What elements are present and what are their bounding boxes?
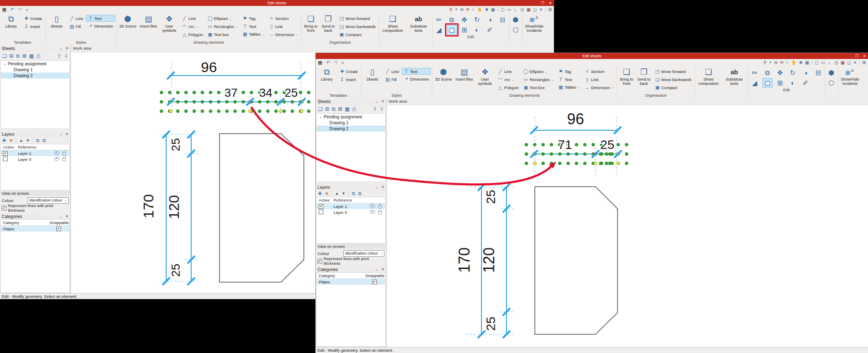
category-row-plates[interactable]: Plates ✔ <box>1 226 70 232</box>
comment-icon[interactable]: ◻ <box>847 60 851 65</box>
lock-icon[interactable] <box>378 205 382 208</box>
orthogonal-icon[interactable]: ∟ <box>828 60 832 65</box>
ole-link-button[interactable]: ⊟ <box>498 15 507 24</box>
move-down-icon[interactable]: ⇩ <box>64 53 68 59</box>
frame-icon[interactable]: ▢ <box>815 60 818 65</box>
layer-row-0[interactable]: Layer 0 <box>1 156 70 162</box>
show-hide-incidents-button[interactable]: ▲ ⊗ Show/Hide incidents <box>840 67 860 93</box>
modify-geometry-button[interactable] <box>763 78 772 87</box>
thickness-checkbox[interactable]: ✔ <box>2 206 6 210</box>
text-style-button[interactable]: TText <box>402 68 430 74</box>
tables-button[interactable]: ▦Tables⌄ <box>557 84 581 90</box>
zoom-previous-icon[interactable]: ⊖ <box>460 7 463 12</box>
stretch-button[interactable]: ⊞ <box>460 25 469 34</box>
text-button[interactable]: TText <box>241 23 265 29</box>
lock-icon[interactable] <box>378 211 382 214</box>
arc-button[interactable]: ◠Arc⌄ <box>496 76 520 83</box>
merge-up-icon[interactable]: ⧉ <box>36 138 39 143</box>
3d-view-button[interactable]: ⬢ <box>827 68 836 77</box>
create-button[interactable]: ✚Create <box>22 15 44 22</box>
zoom-window-icon[interactable]: ⌕ <box>472 7 475 12</box>
edit-grid-icon[interactable]: ▦ <box>29 53 33 59</box>
move-up-icon[interactable]: ⇧ <box>373 106 377 112</box>
edit-grid-icon[interactable]: ▦ <box>345 106 349 112</box>
print-sheet-icon[interactable]: ⎙ <box>36 53 41 59</box>
move-forward-button[interactable]: ◳Move forward <box>338 15 377 22</box>
stretch-button[interactable]: ⊞ <box>776 78 785 87</box>
merge-up-icon[interactable]: ⧉ <box>352 191 355 196</box>
move-down-icon[interactable]: ⇩ <box>380 106 384 112</box>
layout-icon[interactable]: ⊞ <box>548 7 552 12</box>
new-sheet-icon[interactable]: ❏ <box>318 106 323 112</box>
compact-button[interactable]: ▣Compact <box>338 31 377 38</box>
line-style-button[interactable]: ╱Line <box>384 68 401 75</box>
rotate-button[interactable]: ↻ <box>473 15 482 24</box>
lock-icon[interactable] <box>62 158 66 161</box>
close-panel-icon[interactable]: ✕ <box>381 185 384 189</box>
library-button[interactable]: ⧉ Library <box>2 14 20 40</box>
half-mirror-button[interactable]: ◐ <box>473 25 482 34</box>
arc-button[interactable]: ◠Arc⌄ <box>181 23 204 30</box>
duplicate-button[interactable]: ⧉ <box>447 15 456 24</box>
titlebar[interactable]: Edit sheets ❐ ✕ <box>0 0 554 6</box>
link-button[interactable]: ▯Link <box>267 23 299 30</box>
restore-button[interactable]: ❐ <box>541 0 544 6</box>
tree-root-pending-assignment[interactable]: ⌄ Pending assignment <box>1 61 70 67</box>
add-sheet-icon[interactable]: ⊞ <box>9 53 14 59</box>
create-button[interactable]: ✚Create <box>338 68 359 75</box>
tree-root-pending-assignment[interactable]: ⌄ Pending assignment <box>317 114 385 120</box>
close-button[interactable]: ✕ <box>549 0 552 6</box>
redo-icon[interactable]: ↷ <box>18 6 22 13</box>
new-sheet-icon[interactable]: ❏ <box>2 53 7 59</box>
insert-files-button[interactable]: ▤ Insert files <box>455 67 473 93</box>
section-button[interactable]: ⌗Section <box>583 68 615 75</box>
close-panel-icon[interactable]: ✕ <box>65 214 69 219</box>
layer-up-icon[interactable]: ▲ <box>335 191 339 196</box>
add-layer-icon[interactable]: ✚ <box>2 138 6 143</box>
line-style-button[interactable]: ╱Line <box>68 15 85 22</box>
visibility-icon[interactable] <box>54 157 59 161</box>
add-layer-icon[interactable]: ✚ <box>318 191 322 196</box>
visibility-icon[interactable] <box>370 204 375 208</box>
comment-icon[interactable]: ◻ <box>533 7 537 12</box>
zoom-previous-icon[interactable]: ⊖ <box>774 60 777 65</box>
tree-item-drawing-2[interactable]: Drawing 2 <box>1 73 70 78</box>
zoom-all-icon[interactable]: ⌖ <box>455 7 458 12</box>
snappable-checkbox[interactable]: ✔ <box>56 227 61 231</box>
eraser-button[interactable]: ◢ <box>750 78 760 87</box>
user-symbols-button[interactable]: ❖ User symbols <box>160 14 178 40</box>
rectangles-button[interactable]: ▭Rectangles⌄ <box>206 23 239 30</box>
thickness-checkbox[interactable]: ✔ <box>317 259 322 263</box>
text-style-button[interactable]: TText <box>86 15 114 21</box>
pan-icon[interactable]: ✋ <box>791 60 796 65</box>
dimension-style-button[interactable]: ↗Dimension <box>402 76 430 82</box>
move-view-icon[interactable]: ✥ <box>485 7 488 12</box>
move-button[interactable]: ✥ <box>776 68 785 77</box>
text-box-button[interactable]: ▣Text box <box>206 31 239 38</box>
line-button[interactable]: ╱Line <box>496 68 520 75</box>
move-backwards-button[interactable]: ◲Move backwards <box>338 23 377 30</box>
zoom-selection-icon[interactable]: ⚲ <box>763 60 766 65</box>
print-sheet-icon[interactable]: ⎙ <box>352 106 356 112</box>
move-backwards-button[interactable]: ◲Move backwards <box>654 76 693 83</box>
substitute-texts-button[interactable]: ab Substitute texts <box>407 14 431 40</box>
save-icon[interactable]: ▦ <box>2 6 6 13</box>
save-icon[interactable]: ▦ <box>318 59 322 66</box>
full-screen-icon[interactable]: ▦ <box>491 7 495 12</box>
eraser-button[interactable]: ◢ <box>434 25 444 34</box>
close-panel-icon[interactable]: ✕ <box>65 132 69 136</box>
user-symbols-button[interactable]: ❖ User symbols <box>476 67 494 93</box>
restore-button[interactable]: ❐ <box>855 53 858 59</box>
edit-pencil-button[interactable]: ✏ <box>750 68 760 77</box>
category-row-plates[interactable]: Plates ✔ <box>317 279 385 285</box>
send-to-back-button[interactable]: ❐ Send to back <box>636 67 651 93</box>
zoom-window-icon[interactable]: ⌕ <box>786 60 789 65</box>
3d-scene-button[interactable]: ⬢ 3D Scene <box>434 67 453 93</box>
tree-item-drawing-1[interactable]: Drawing 1 <box>1 67 70 73</box>
layer-active-checkbox[interactable]: ✔ <box>319 204 323 209</box>
insert-button[interactable]: ↧Insert <box>338 76 359 83</box>
clock-icon[interactable]: ◷ <box>835 60 838 65</box>
layer-down-icon[interactable]: ▼ <box>342 191 345 196</box>
format-painter-button[interactable]: ✐ <box>801 78 810 87</box>
move-view-icon[interactable]: ✥ <box>799 60 802 65</box>
